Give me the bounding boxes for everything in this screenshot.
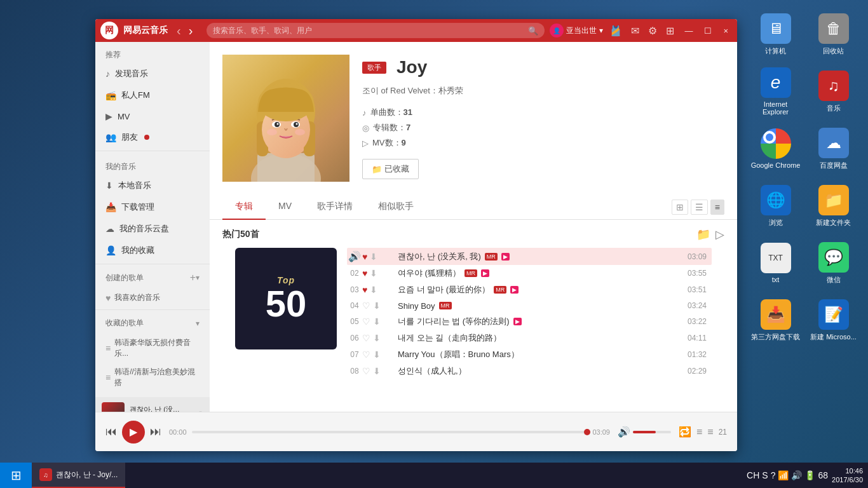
volume-bar[interactable] bbox=[633, 431, 671, 433]
txt-desktop-icon[interactable]: TXT txt bbox=[747, 235, 804, 291]
sidebar-item-discover[interactable]: ♪ 发现音乐 bbox=[95, 63, 210, 85]
sidebar-item-fm[interactable]: 📻 私人FM bbox=[95, 85, 210, 106]
heart-icon-07[interactable]: ♡ bbox=[362, 349, 370, 360]
mv-label: MV bbox=[118, 112, 130, 121]
user-menu[interactable]: 👤 亚当出世 ▾ bbox=[550, 24, 603, 37]
sidebar-item-friends[interactable]: 👥 朋友 bbox=[95, 126, 210, 148]
sidebar-divider-2 bbox=[95, 264, 210, 264]
lyrics-button[interactable]: ≡ bbox=[696, 426, 702, 438]
mail-icon[interactable]: ✉ bbox=[628, 24, 642, 38]
sound-icon[interactable]: 🔊 bbox=[791, 470, 802, 480]
album-section-header: 热门50首 📁 ▷ bbox=[222, 227, 724, 241]
play-all-button[interactable]: ▷ bbox=[715, 227, 724, 241]
tab-albums[interactable]: 专辑 bbox=[222, 194, 266, 220]
minimize-button[interactable]: — bbox=[681, 25, 696, 37]
chrome-desktop-icon[interactable]: Google Chrome bbox=[747, 121, 804, 177]
sidebar-item-local[interactable]: ⬇ 本地音乐 bbox=[95, 175, 210, 196]
grid-view-button[interactable]: ⊞ bbox=[672, 200, 688, 215]
expand-collected-button[interactable]: ▾ bbox=[196, 319, 200, 328]
download-icon-02[interactable]: ⬇ bbox=[370, 268, 377, 278]
download-icon-01[interactable]: ⬇ bbox=[370, 252, 377, 262]
recycle-bin-desktop-icon[interactable]: 🗑 回收站 bbox=[805, 6, 862, 62]
netdisk-desktop-icon[interactable]: 📥 第三方网盘下载 bbox=[747, 292, 804, 348]
download-icon-03[interactable]: ⬇ bbox=[370, 285, 377, 295]
playlist-1[interactable]: ≡ 韩语豪华版无损付费音乐... bbox=[95, 334, 210, 363]
now-playing-bar[interactable]: ♫ 괜찮아, 난 (没关系, 我) Joy / 李珏雨 ♥ ↗ bbox=[95, 397, 210, 412]
song-row-07[interactable]: 07 ♡ ⬇ Marry You（原唱：Bruno Mars） 01:32 bbox=[347, 346, 712, 363]
download-icon-06[interactable]: ⬇ bbox=[373, 333, 381, 343]
heart-icon-01[interactable]: ♥ bbox=[362, 252, 367, 262]
wechat-desktop-icon[interactable]: 💬 微信 bbox=[805, 235, 862, 291]
shirt-icon[interactable]: 🎽 bbox=[607, 24, 625, 38]
help-icon[interactable]: ? bbox=[771, 470, 776, 480]
search-input[interactable] bbox=[213, 26, 528, 35]
sidebar-item-mv[interactable]: ▶ MV bbox=[95, 106, 210, 126]
song-num-01: 🔊 bbox=[347, 250, 362, 262]
song-row-02[interactable]: 02 ♥ ⬇ 여우야 (狐狸精） MR ▶ 03:5 bbox=[347, 265, 712, 281]
add-playlist-button[interactable]: + bbox=[190, 272, 196, 283]
collect-button[interactable]: 📁 已收藏 bbox=[362, 159, 419, 179]
playlist-button[interactable]: ≡ bbox=[707, 426, 713, 438]
start-button[interactable]: ⊞ bbox=[0, 463, 32, 488]
progress-bar[interactable] bbox=[192, 431, 588, 433]
heart-icon-08[interactable]: ♡ bbox=[362, 366, 370, 376]
wifi-icon[interactable]: 📶 bbox=[778, 470, 789, 480]
created-section: 创建的歌单 + ▾ bbox=[95, 267, 210, 288]
heart-icon-02[interactable]: ♥ bbox=[362, 268, 367, 278]
playlist-2[interactable]: ≡ 韩语//清新与治愈美妙混搭 bbox=[95, 363, 210, 392]
download-icon-05[interactable]: ⬇ bbox=[373, 316, 381, 327]
compact-view-button[interactable]: ≡ bbox=[710, 200, 724, 215]
download-icon-04[interactable]: ⬇ bbox=[373, 301, 381, 311]
song-row-06[interactable]: 06 ♡ ⬇ 내게 오는 길（走向我的路） 04:11 bbox=[347, 330, 712, 346]
play-button[interactable]: ▶ bbox=[122, 421, 145, 444]
battery-icon[interactable]: 🔋 bbox=[804, 470, 815, 480]
song-row-04[interactable]: 04 ♡ ⬇ Shiny Boy MR 03:24 bbox=[347, 298, 712, 313]
download-icon-07[interactable]: ⬇ bbox=[373, 349, 381, 360]
security-icon[interactable]: S bbox=[762, 470, 768, 480]
next-button[interactable]: ⏭ bbox=[150, 425, 161, 438]
maximize-button[interactable]: ☐ bbox=[700, 25, 715, 37]
repeat-button[interactable]: 🔁 bbox=[679, 426, 691, 438]
language-icon[interactable]: CH bbox=[747, 470, 759, 480]
new-doc-desktop-icon[interactable]: 📝 新建 Microsо... bbox=[805, 292, 862, 348]
sidebar-item-collection[interactable]: 👤 我的收藏 bbox=[95, 240, 210, 261]
baidu-desktop-icon[interactable]: ☁ 百度网盘 bbox=[805, 121, 862, 177]
tab-mv[interactable]: MV bbox=[266, 194, 304, 220]
heart-icon-06[interactable]: ♡ bbox=[362, 333, 370, 343]
heart-icon-03[interactable]: ♥ bbox=[362, 285, 367, 295]
download-icon-08[interactable]: ⬇ bbox=[373, 366, 381, 376]
song-title-01: 괜찮아, 난 (没关系, 我) MR ▶ bbox=[398, 251, 680, 262]
browser-desktop-icon[interactable]: 🌐 浏览 bbox=[747, 178, 804, 234]
song-row-01[interactable]: 🔊 ♥ ⬇ 괜찮아, 난 (没关系, 我) MR ▶ bbox=[347, 248, 712, 265]
back-button[interactable]: ‹ bbox=[173, 22, 185, 39]
song-row-03[interactable]: 03 ♥ ⬇ 요즘 너 말마 (最近的你） MR ▶ bbox=[347, 281, 712, 298]
netease-desktop-icon[interactable]: ♫ 音乐 bbox=[805, 64, 862, 119]
heart-icon-05[interactable]: ♡ bbox=[362, 316, 370, 327]
time-current: 00:00 bbox=[169, 428, 187, 436]
player-extra: 🔁 ≡ ≡ 21 bbox=[679, 426, 727, 438]
song-row-05[interactable]: 05 ♡ ⬇ 너를 기다리는 법 (等你的法则) ▶ 03:22 bbox=[347, 313, 712, 330]
taskbar-app-item[interactable]: ♫ 괜찮아, 난 - Joy/... bbox=[32, 463, 125, 488]
song-num-07: 07 bbox=[347, 350, 362, 359]
sidebar-item-cloud[interactable]: ☁ 我的音乐云盘 bbox=[95, 218, 210, 240]
tab-similar[interactable]: 相似歌手 bbox=[365, 194, 426, 220]
tab-details[interactable]: 歌手详情 bbox=[304, 194, 365, 220]
ie-desktop-icon[interactable]: e Internet Explorer bbox=[747, 64, 804, 119]
sidebar-item-download[interactable]: 📥 下载管理 bbox=[95, 196, 210, 218]
settings-icon[interactable]: ⚙ bbox=[646, 24, 660, 38]
liked-playlist[interactable]: ♥ 我喜欢的音乐 bbox=[95, 288, 210, 307]
desktop: 🖥 计算机 🗑 回收站 e Internet Explorer ♫ 音乐 Goo… bbox=[0, 0, 868, 488]
top50-card[interactable]: Top 50 bbox=[235, 248, 337, 349]
forward-button[interactable]: › bbox=[185, 22, 197, 39]
volume-icon[interactable]: 🔊 bbox=[618, 426, 630, 438]
computer-desktop-icon[interactable]: 🖥 计算机 bbox=[747, 6, 804, 62]
folder-action-button[interactable]: 📁 bbox=[696, 227, 710, 241]
song-row-08[interactable]: 08 ♡ ⬇ 성인식（成人礼,） 02:29 bbox=[347, 363, 712, 379]
expand-created-button[interactable]: ▾ bbox=[196, 273, 200, 282]
new-folder-desktop-icon[interactable]: 📁 新建文件夹 bbox=[805, 178, 862, 234]
heart-icon-04[interactable]: ♡ bbox=[362, 301, 370, 311]
prev-button[interactable]: ⏮ bbox=[105, 425, 117, 438]
list-view-button[interactable]: ☰ bbox=[691, 200, 708, 215]
close-button[interactable]: × bbox=[719, 25, 732, 37]
grid-icon[interactable]: ⊞ bbox=[663, 24, 677, 38]
